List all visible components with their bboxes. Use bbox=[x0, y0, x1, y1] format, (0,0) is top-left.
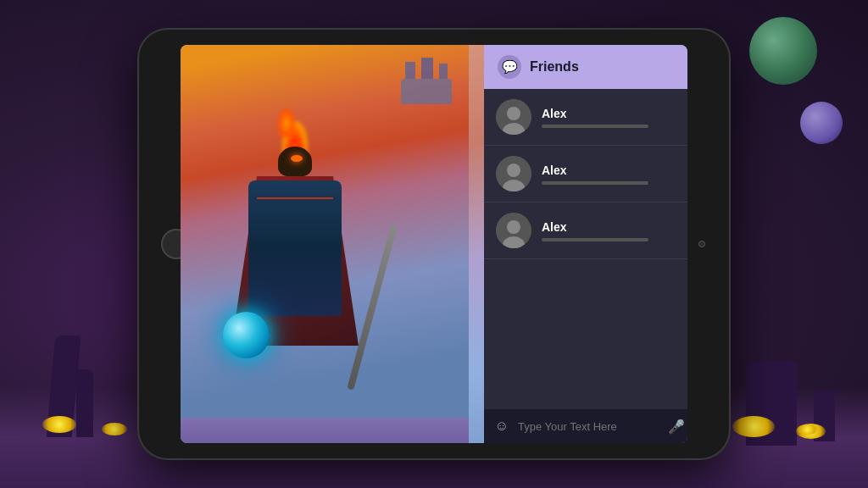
castle-tower-1 bbox=[405, 62, 415, 79]
friend-status-bar-3 bbox=[542, 238, 648, 241]
emoji-button[interactable]: ☺ bbox=[492, 417, 511, 435]
castle-tower-3 bbox=[439, 64, 448, 79]
friend-name-2: Alex bbox=[542, 164, 676, 177]
friend-avatar-3 bbox=[496, 213, 531, 248]
friends-header: 💬 Friends bbox=[484, 45, 687, 89]
warrior-body bbox=[248, 180, 342, 316]
friend-status-bar-2 bbox=[542, 181, 648, 185]
friend-info-1: Alex bbox=[542, 107, 676, 128]
chat-icon-wrap: 💬 bbox=[498, 55, 521, 79]
friend-status-bar-1 bbox=[542, 125, 648, 128]
warrior-weapon bbox=[347, 225, 397, 390]
friend-item[interactable]: Alex bbox=[484, 202, 687, 259]
castle-base bbox=[401, 79, 452, 104]
mic-button[interactable]: 🎤 bbox=[667, 417, 686, 435]
chat-icon: 💬 bbox=[502, 59, 518, 75]
ice-orb bbox=[223, 312, 270, 358]
warrior-head bbox=[274, 121, 316, 189]
game-ground bbox=[181, 418, 469, 443]
friends-title: Friends bbox=[530, 59, 579, 75]
friend-avatar-1 bbox=[496, 99, 531, 135]
friend-item[interactable]: Alex bbox=[484, 146, 687, 202]
friends-panel: 💬 Friends Alex bbox=[484, 45, 687, 443]
chat-input[interactable] bbox=[518, 420, 660, 433]
svg-point-1 bbox=[507, 107, 520, 120]
character-area bbox=[181, 45, 469, 443]
tablet-screen: 💬 Friends Alex bbox=[181, 45, 687, 443]
planet-top-right bbox=[749, 17, 817, 85]
friend-name-1: Alex bbox=[542, 107, 676, 120]
friend-avatar-2 bbox=[496, 156, 531, 191]
friends-list: Alex Alex bbox=[484, 89, 687, 443]
planet-mid-right bbox=[800, 102, 843, 144]
camera bbox=[698, 241, 705, 247]
ground-orb-1 bbox=[42, 416, 76, 433]
castle-tower-2 bbox=[421, 58, 433, 79]
ground-orb-3 bbox=[732, 416, 775, 437]
ground-orb-5 bbox=[797, 424, 818, 435]
friend-name-3: Alex bbox=[542, 220, 676, 234]
friend-item[interactable]: Alex bbox=[484, 89, 687, 146]
castle-silhouette bbox=[401, 79, 452, 104]
svg-point-4 bbox=[507, 164, 520, 177]
warrior-character bbox=[206, 104, 392, 443]
friend-info-3: Alex bbox=[542, 220, 676, 241]
chat-bar: ☺ 🎤 bbox=[484, 409, 687, 443]
ground-orb-2 bbox=[102, 423, 127, 435]
glowing-eye bbox=[291, 155, 303, 162]
armor-line bbox=[257, 197, 333, 199]
rock-2 bbox=[76, 369, 93, 437]
svg-point-7 bbox=[507, 220, 520, 234]
friend-info-2: Alex bbox=[542, 164, 676, 185]
tablet-frame: 💬 Friends Alex bbox=[137, 28, 731, 460]
